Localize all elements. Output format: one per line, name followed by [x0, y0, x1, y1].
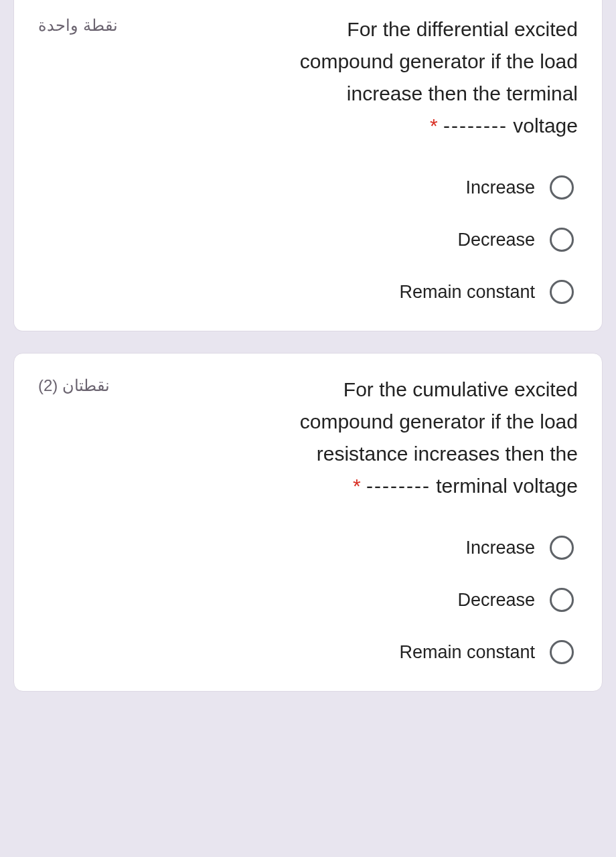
option-label: Decrease	[457, 230, 535, 250]
question-line-end: voltage	[513, 114, 578, 137]
option-label: Decrease	[457, 590, 535, 611]
blank-dashes: --------	[443, 114, 508, 137]
question-line: increase then the terminal	[347, 82, 578, 104]
question-text: For the cumulative excited compound gene…	[130, 374, 578, 502]
question-line: For the cumulative excited	[343, 378, 578, 400]
option-label: Remain constant	[399, 282, 535, 303]
option-increase[interactable]: Increase	[465, 536, 574, 560]
radio-icon[interactable]	[550, 228, 574, 252]
option-remain-constant[interactable]: Remain constant	[399, 280, 574, 304]
options-group: Increase Decrease Remain constant	[38, 175, 578, 304]
required-asterisk: *	[353, 475, 361, 497]
option-label: Increase	[465, 538, 535, 558]
radio-icon[interactable]	[550, 175, 574, 200]
question-card: نقطتان (2) For the cumulative excited co…	[13, 353, 603, 692]
question-line: compound generator if the load	[300, 50, 578, 72]
question-header: نقطتان (2) For the cumulative excited co…	[38, 374, 578, 502]
option-decrease[interactable]: Decrease	[457, 588, 574, 612]
points-badge: نقطتان (2)	[38, 374, 110, 395]
question-header: نقطة واحدة For the differential excited …	[38, 13, 578, 142]
options-group: Increase Decrease Remain constant	[38, 536, 578, 664]
question-line: compound generator if the load	[300, 410, 578, 433]
points-badge: نقطة واحدة	[38, 13, 118, 35]
radio-icon[interactable]	[550, 588, 574, 612]
option-increase[interactable]: Increase	[465, 175, 574, 200]
question-line-end: terminal voltage	[436, 475, 578, 497]
radio-icon[interactable]	[550, 640, 574, 664]
question-line: resistance increases then the	[317, 443, 578, 465]
blank-dashes: --------	[366, 475, 431, 497]
option-label: Increase	[465, 177, 535, 198]
required-asterisk: *	[430, 114, 438, 137]
question-text: For the differential excited compound ge…	[138, 13, 578, 142]
option-remain-constant[interactable]: Remain constant	[399, 640, 574, 664]
question-line: For the differential excited	[347, 18, 578, 40]
radio-icon[interactable]	[550, 536, 574, 560]
option-label: Remain constant	[399, 642, 535, 663]
option-decrease[interactable]: Decrease	[457, 228, 574, 252]
question-card: نقطة واحدة For the differential excited …	[13, 0, 603, 331]
radio-icon[interactable]	[550, 280, 574, 304]
